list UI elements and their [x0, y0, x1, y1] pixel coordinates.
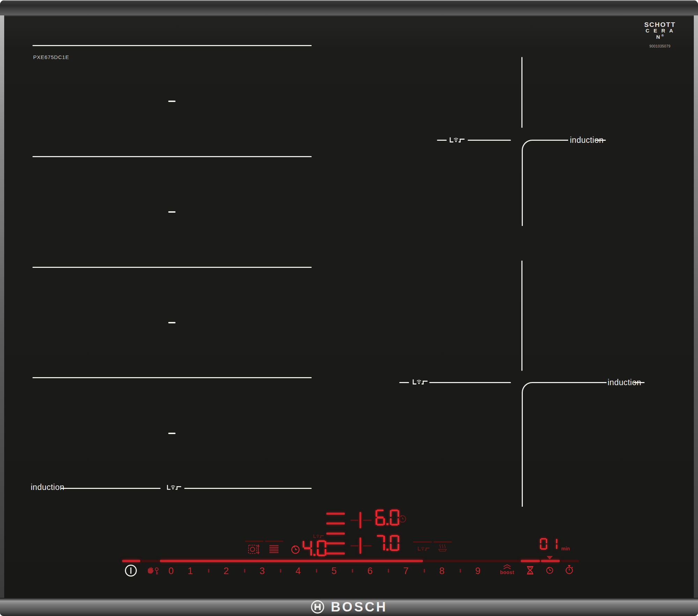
pan-detect-icon [412, 378, 428, 385]
schott-code: 9001035079 [641, 44, 679, 48]
flex-segment-bar [326, 542, 345, 544]
slider-track-active[interactable] [160, 560, 423, 562]
induction-hob: PXE675DC1E SCHOTT C E R A N® 9001035079 … [0, 0, 698, 616]
slider-tick[interactable] [460, 569, 461, 573]
zone-select-cross-top[interactable] [363, 520, 372, 521]
right-top-zone-line [468, 140, 511, 141]
right-bottom-zone-corner [522, 382, 607, 507]
timer-unit-label: min [561, 546, 570, 551]
slider-number-5[interactable]: 5 [325, 566, 343, 577]
zone-select-cross-top[interactable] [359, 512, 361, 528]
flex-zone-line-3 [32, 267, 312, 268]
pan-detect-icon-small [313, 534, 324, 538]
right-bottom-zone-vline [521, 261, 522, 371]
zone-select-cross-bottom[interactable] [359, 537, 361, 554]
timer-track-segment[interactable] [561, 560, 579, 562]
flex-zone-center-mark-4 [168, 433, 176, 434]
timer-track-segment[interactable] [541, 560, 560, 562]
function-dash-right [433, 541, 452, 543]
flex-levels-icon[interactable] [269, 545, 279, 554]
timer-track-segment[interactable] [521, 560, 540, 562]
slider-track-segment[interactable] [122, 560, 140, 562]
right-top-zone-dash-left [437, 140, 447, 141]
flex-zone-center-mark-1 [168, 101, 176, 102]
glass-surface [4, 17, 694, 598]
flex-segment-bar [326, 533, 345, 535]
slider-track-segment[interactable] [424, 560, 520, 562]
slider-number-0[interactable]: 0 [162, 566, 180, 577]
flex-zone-line-4 [32, 377, 312, 378]
flex-zone-induction-label: induction [31, 483, 65, 492]
right-bottom-zone-line [429, 382, 511, 383]
schott-logo-line2: C E R A N® [641, 28, 679, 39]
slider-number-8[interactable]: 8 [433, 566, 451, 577]
slider-tick[interactable] [352, 569, 353, 573]
slider-tick[interactable] [208, 569, 209, 573]
slider-tick[interactable] [316, 569, 317, 573]
registered-mark: ® [661, 34, 664, 37]
right-bottom-zone-dash-right [633, 382, 645, 383]
flex-zone-line-5a [61, 488, 161, 489]
boost-button[interactable]: boost [497, 570, 518, 575]
flex-left-level-display [302, 540, 327, 556]
keep-warm-icon[interactable] [438, 544, 447, 552]
child-lock-icon[interactable] [146, 565, 160, 577]
boost-chevrons-icon[interactable] [503, 564, 512, 569]
slider-number-6[interactable]: 6 [361, 566, 379, 577]
right-bottom-zone-dash-left [399, 382, 409, 383]
flex-zone-line-5b [184, 488, 312, 489]
zone-select-cross-bottom[interactable] [350, 545, 358, 547]
model-number: PXE675DC1E [33, 54, 69, 60]
slider-tick[interactable] [244, 569, 245, 573]
bosch-logo-text: BOSCH [331, 600, 387, 615]
timer-select-arrow-icon[interactable] [547, 556, 553, 559]
zone-timer-clock-icon-dim[interactable] [398, 514, 407, 523]
top-bezel [0, 0, 698, 17]
slider-number-7[interactable]: 7 [397, 566, 415, 577]
zone-timer-clock-icon[interactable] [290, 544, 300, 555]
flex-segment-bar [326, 522, 345, 525]
slider-number-9[interactable]: 9 [469, 566, 487, 577]
right-top-zone-dash-right [595, 140, 606, 141]
bosch-armature-icon [311, 600, 325, 614]
slider-number-4[interactable]: 4 [289, 566, 307, 577]
power-icon[interactable] [125, 564, 137, 577]
flex-zone-center-mark-3 [168, 322, 176, 323]
slider-track-segment[interactable] [141, 560, 159, 562]
stopwatch-icon[interactable] [565, 565, 574, 574]
flex-display-dash-left [245, 541, 263, 542]
timer-display [539, 538, 559, 550]
right-bottom-level-display [374, 535, 400, 551]
function-dash-left [413, 541, 432, 543]
bosch-logo: BOSCH [0, 599, 698, 615]
slider-tick[interactable] [424, 569, 425, 573]
schott-logo-line1: SCHOTT [641, 22, 679, 28]
slider-tick[interactable] [388, 569, 389, 573]
right-edge-trim [694, 15, 698, 598]
right-top-zone-corner [522, 140, 568, 226]
slider-tick[interactable] [280, 569, 281, 573]
pan-detect-icon [449, 136, 465, 143]
slider-number-2[interactable]: 2 [217, 566, 235, 577]
pan-transfer-icon[interactable] [248, 543, 261, 556]
flex-zone-line-2 [32, 156, 312, 157]
flex-segment-bar [326, 513, 345, 515]
schott-ceran-logo: SCHOTT C E R A N® 9001035079 [641, 22, 679, 48]
pan-detect-icon-dim[interactable] [417, 545, 430, 551]
slider-number-3[interactable]: 3 [253, 566, 271, 577]
flex-display-dash-right [265, 541, 283, 542]
flex-zone-center-mark-2 [168, 211, 176, 213]
kitchen-timer-icon[interactable] [545, 566, 554, 574]
zone-select-cross-bottom[interactable] [363, 545, 372, 547]
right-top-zone-vline [521, 57, 522, 128]
hourglass-icon[interactable] [526, 566, 534, 575]
left-edge-trim [0, 15, 4, 598]
flex-segment-bar [326, 552, 345, 555]
zone-select-cross-top[interactable] [350, 520, 358, 521]
flex-zone-line-1 [32, 45, 312, 46]
slider-number-1[interactable]: 1 [181, 566, 199, 577]
right-top-level-display [374, 509, 400, 526]
pan-detect-icon [166, 484, 182, 491]
